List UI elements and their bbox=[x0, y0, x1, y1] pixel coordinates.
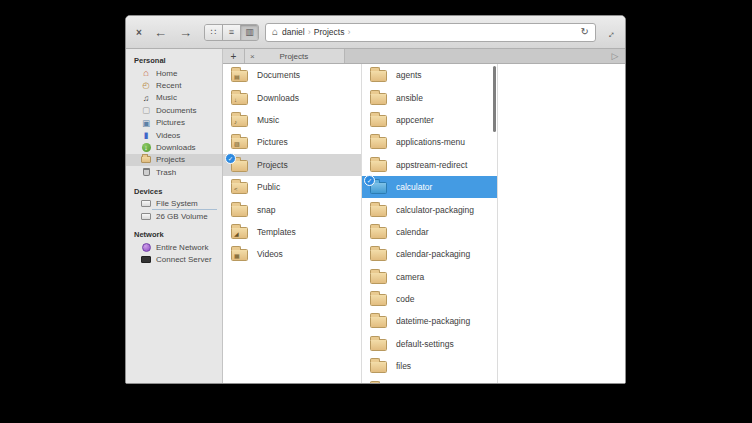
file-item-datetime-packaging[interactable]: datetime-packaging bbox=[362, 310, 497, 332]
file-item-label: Music bbox=[257, 115, 279, 125]
sidebar-item-recent[interactable]: ◴Recent bbox=[126, 79, 222, 91]
file-item-templates[interactable]: ◢Templates bbox=[223, 221, 361, 243]
sidebar-item-videos[interactable]: ▮Videos bbox=[126, 129, 222, 141]
music-glyph: ♫ bbox=[143, 94, 149, 103]
back-arrow-icon: ← bbox=[154, 25, 167, 40]
sidebar-item-downloads[interactable]: ↓Downloads bbox=[126, 141, 222, 153]
folder-icon bbox=[370, 93, 387, 105]
sidebar-server-icon bbox=[141, 256, 151, 263]
new-tab-button[interactable]: + bbox=[223, 49, 245, 63]
sidebar-item-documents[interactable]: ▢Documents bbox=[126, 104, 222, 116]
folder-icon bbox=[370, 339, 387, 351]
sidebar-item-entire-network[interactable]: Entire Network bbox=[126, 241, 222, 253]
file-item-music[interactable]: ♪Music bbox=[223, 109, 361, 131]
file-item-label: applications-menu bbox=[396, 137, 465, 147]
window-close-button[interactable]: × bbox=[133, 27, 145, 38]
crumb-separator-icon: › bbox=[347, 27, 350, 37]
file-item-files[interactable]: files bbox=[362, 355, 497, 377]
sidebar-music-icon: ♫ bbox=[141, 94, 151, 103]
drive-glyph bbox=[141, 213, 151, 220]
file-item-ansible[interactable]: ansible bbox=[362, 86, 497, 108]
folder-icon bbox=[370, 115, 387, 127]
folder-icon bbox=[370, 361, 387, 373]
video-emblem-icon: ▦ bbox=[234, 253, 240, 260]
sidebar-item-26-gb-volume[interactable]: 26 GB Volume bbox=[126, 210, 222, 222]
file-item-snap[interactable]: snap bbox=[223, 198, 361, 220]
grid-view-button[interactable]: ∷ bbox=[205, 25, 223, 40]
tab-projects[interactable]: × Projects bbox=[245, 49, 345, 63]
list-view-button[interactable]: ≡ bbox=[223, 25, 241, 40]
file-item-label: Documents bbox=[257, 70, 300, 80]
sidebar-videos-icon: ▮ bbox=[141, 131, 151, 140]
sidebar-item-label: Projects bbox=[156, 155, 185, 164]
file-item-label: appstream-redirect bbox=[396, 160, 467, 170]
sidebar-item-pictures[interactable]: ▣Pictures bbox=[126, 117, 222, 129]
sidebar-item-connect-server[interactable]: Connect Server bbox=[126, 254, 222, 266]
sidebar-item-label: 26 GB Volume bbox=[156, 212, 208, 221]
sidebar-item-file-system[interactable]: File System bbox=[126, 198, 222, 210]
sidebar-item-label: Music bbox=[156, 93, 177, 102]
folder-icon: ▦ bbox=[231, 249, 248, 261]
file-item-downloads[interactable]: ↓Downloads bbox=[223, 86, 361, 108]
selected-check-badge: ✓ bbox=[225, 153, 236, 164]
breadcrumb: daniel›Projects› bbox=[282, 27, 353, 37]
file-item-label: agents bbox=[396, 70, 422, 80]
forward-arrow-icon: → bbox=[179, 25, 192, 40]
recent-glyph: ◴ bbox=[142, 81, 149, 90]
file-item-agents[interactable]: agents bbox=[362, 64, 497, 86]
file-item-label: Public bbox=[257, 182, 280, 192]
sidebar-recent-icon: ◴ bbox=[141, 81, 151, 90]
file-item-label: calendar bbox=[396, 227, 429, 237]
sidebar-item-music[interactable]: ♫Music bbox=[126, 92, 222, 104]
sidebar-globe-icon bbox=[141, 243, 151, 252]
column-view-button[interactable]: ▥ bbox=[241, 25, 258, 40]
sidebar-documents-icon: ▢ bbox=[141, 106, 151, 115]
sidebar-item-trash[interactable]: Trash bbox=[126, 166, 222, 178]
sidebar-pictures-icon: ▣ bbox=[141, 119, 151, 128]
view-switcher: ∷ ≡ ▥ bbox=[204, 24, 259, 41]
refresh-button[interactable]: ↻ bbox=[581, 27, 589, 37]
forward-button[interactable]: → bbox=[176, 26, 195, 39]
file-item-videos[interactable]: ▦Videos bbox=[223, 243, 361, 265]
file-item-label: appcenter bbox=[396, 115, 434, 125]
documents-glyph: ▢ bbox=[142, 106, 150, 115]
file-item-calendar-packaging[interactable]: calendar-packaging bbox=[362, 243, 497, 265]
file-item-public[interactable]: <Public bbox=[223, 176, 361, 198]
resize-diagonal-icon: ↔ bbox=[603, 26, 618, 41]
file-item-camera[interactable]: camera bbox=[362, 266, 497, 288]
file-item-calculator[interactable]: ✓calculator bbox=[362, 176, 497, 198]
maximize-button[interactable]: ↔ bbox=[602, 23, 618, 41]
path-crumb[interactable]: daniel bbox=[282, 27, 305, 37]
sidebar-header-devices: Devices bbox=[126, 184, 222, 198]
file-item-calculator-packaging[interactable]: calculator-packaging bbox=[362, 198, 497, 220]
videos-glyph: ▮ bbox=[144, 131, 149, 140]
sidebar-item-home[interactable]: ⌂Home bbox=[126, 67, 222, 79]
template-emblem-icon: ◢ bbox=[234, 231, 239, 238]
drive-glyph bbox=[141, 200, 151, 207]
path-crumb[interactable]: Projects bbox=[314, 27, 345, 37]
tab-close-icon[interactable]: × bbox=[250, 52, 255, 61]
sidebar: Personal⌂Home◴Recent♫Music▢Documents▣Pic… bbox=[126, 49, 223, 383]
tab-history-button[interactable]: ▷︎ bbox=[605, 49, 625, 63]
scrollbar-thumb[interactable] bbox=[493, 66, 496, 132]
sidebar-item-projects[interactable]: Projects bbox=[126, 154, 222, 166]
crumb-separator-icon: › bbox=[308, 27, 311, 37]
file-item-default-settings[interactable]: default-settings bbox=[362, 333, 497, 355]
file-item-calendar[interactable]: calendar bbox=[362, 221, 497, 243]
sidebar-downloads-icon: ↓ bbox=[141, 143, 151, 152]
file-item-pictures[interactable]: ▨Pictures bbox=[223, 131, 361, 153]
file-item-label: Downloads bbox=[257, 93, 299, 103]
file-item-code[interactable]: code bbox=[362, 288, 497, 310]
file-item-gala[interactable]: gala bbox=[362, 377, 497, 383]
folder-glyph bbox=[141, 156, 151, 163]
file-item-projects[interactable]: ✓Projects bbox=[223, 154, 361, 176]
file-item-appstream-redirect[interactable]: appstream-redirect bbox=[362, 154, 497, 176]
file-item-label: ansible bbox=[396, 93, 423, 103]
file-item-applications-menu[interactable]: applications-menu bbox=[362, 131, 497, 153]
file-item-appcenter[interactable]: appcenter bbox=[362, 109, 497, 131]
path-bar[interactable]: ⌂ daniel›Projects› ↻ bbox=[265, 23, 596, 42]
folder-icon bbox=[370, 249, 387, 261]
file-item-label: camera bbox=[396, 272, 424, 282]
file-item-documents[interactable]: ▤Documents bbox=[223, 64, 361, 86]
back-button[interactable]: ← bbox=[151, 26, 170, 39]
